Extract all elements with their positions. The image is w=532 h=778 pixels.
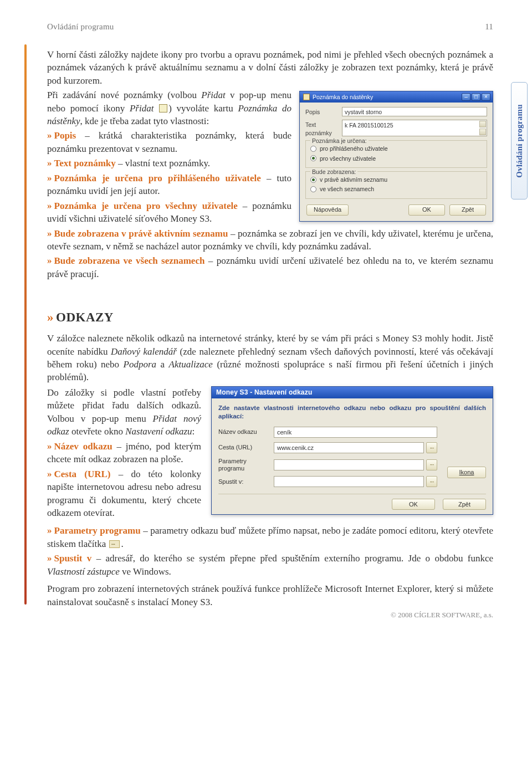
radio-icon <box>310 177 316 183</box>
label-text-poznamky: Text poznámky <box>305 120 337 137</box>
titlebar[interactable]: Poznámka do nástěnky – □ × <box>300 91 493 103</box>
bullet-spustit-v: »Spustit v – adresář, do kterého se syst… <box>47 552 493 578</box>
back-button[interactable]: Zpět <box>449 204 486 216</box>
textarea-value: k FA 28015100125 <box>345 122 393 129</box>
accent-bar <box>24 44 27 605</box>
browse-button[interactable]: ··· <box>426 476 437 487</box>
win2-intro: Zde nastavte vlastnosti internetového od… <box>218 404 486 421</box>
label-popis: Popis <box>305 107 337 116</box>
label-spustit-v: Spustit v: <box>218 478 268 486</box>
radio-icon <box>310 186 316 192</box>
section-odkazy-title: »ODKAZY <box>47 309 493 326</box>
page-number: 11 <box>485 21 493 33</box>
opt-vsechny-seznamy-label: ve všech seznamech <box>320 185 374 193</box>
odkazy-intro: V záložce naleznete několik odkazů na in… <box>47 332 493 384</box>
close-icon[interactable]: × <box>482 93 490 101</box>
ok-button[interactable]: OK <box>392 499 435 510</box>
scroll-down-icon[interactable] <box>479 129 486 135</box>
input-popis[interactable]: vystavit storno <box>342 107 487 116</box>
side-tab: Ovládání programu <box>511 82 528 199</box>
input-nazev-odkazu[interactable]: ceník <box>274 427 437 438</box>
running-head: Ovládání programu 11 <box>47 21 493 33</box>
label-parametry: Parametry programu <box>218 458 268 472</box>
group-urcena: Poznámka je určena: pro přihlášeného uži… <box>305 140 487 168</box>
input-spustit-v[interactable] <box>274 476 424 487</box>
browse-button[interactable]: ··· <box>426 459 437 470</box>
opt-aktivni-seznam[interactable]: v právě aktivním seznamu <box>310 176 482 183</box>
add-note-icon <box>159 104 167 112</box>
scroll-up-icon[interactable] <box>479 121 486 127</box>
textarea-poznamky[interactable]: k FA 28015100125 <box>342 120 487 136</box>
window-title: Poznámka do nástěnky <box>313 93 459 101</box>
label-nazev-odkazu: Název odkazu <box>218 428 268 436</box>
ikona-button[interactable]: Ikona <box>447 467 486 478</box>
ok-button[interactable]: OK <box>408 204 445 216</box>
bullet-aktivni: »Bude zobrazena v právě aktivním seznamu… <box>47 227 493 253</box>
help-button[interactable]: Nápověda <box>306 204 349 216</box>
bullet-cesta-url: »Cesta (URL) – do této kolonky napište i… <box>47 468 201 520</box>
opt-vsechny-label: pro všechny uživatele <box>320 155 376 162</box>
window-nastaveni-odkazu: Money S3 - Nastavení odkazu Zde nastavte… <box>211 386 493 515</box>
opt-prihlaseny-label: pro přihlášeného uživatele <box>320 145 388 152</box>
titlebar[interactable]: Money S3 - Nastavení odkazu <box>212 387 493 398</box>
ellipsis-button-icon <box>109 540 120 548</box>
opt-vsechny-seznamy[interactable]: ve všech seznamech <box>310 185 482 193</box>
minimize-icon[interactable]: – <box>462 93 470 101</box>
group-urcena-title: Poznámka je určena: <box>310 137 369 145</box>
opt-aktivni-label: v právě aktivním seznamu <box>320 176 387 183</box>
window-poznamka: Poznámka do nástěnky – □ × Popis vystavi… <box>299 91 493 222</box>
bullet-vsechny-seznamy: »Bude zobrazena ve všech seznamech – poz… <box>47 254 493 280</box>
group-zobrazena: Bude zobrazena: v právě aktivním seznamu… <box>305 171 487 199</box>
browse-button[interactable]: ··· <box>426 442 437 453</box>
window-title: Money S3 - Nastavení odkazu <box>216 388 312 397</box>
group-zobrazena-title: Bude zobrazena: <box>310 168 357 176</box>
footer-copyright: © 2008 CÍGLER SOFTWARE, a.s. <box>391 610 493 620</box>
odkazy-left-intro: Do záložky si podle vlastní potřeby může… <box>47 386 201 438</box>
note-icon <box>303 94 310 100</box>
bullet-nazev-odkazu: »Název odkazu – jméno, pod kterým chcete… <box>47 440 201 466</box>
radio-icon <box>310 155 316 161</box>
running-head-title: Ovládání programu <box>47 21 114 33</box>
input-cesta-url[interactable]: www.cenik.cz <box>274 442 424 453</box>
radio-icon <box>310 146 316 152</box>
odkazy-final: Program pro zobrazení internetových strá… <box>47 582 493 608</box>
side-tab-label: Ovládání programu <box>514 104 525 178</box>
maximize-icon[interactable]: □ <box>472 93 480 101</box>
input-parametry[interactable] <box>274 459 424 470</box>
bullet-parametry: »Parametry programu – parametry odkazu b… <box>47 524 493 550</box>
intro-paragraph: V horní části záložky najdete ikony pro … <box>47 48 493 87</box>
label-cesta-url: Cesta (URL) <box>218 443 268 452</box>
opt-vsechny[interactable]: pro všechny uživatele <box>310 155 482 162</box>
back-button[interactable]: Zpět <box>443 499 486 510</box>
opt-prihlaseny[interactable]: pro přihlášeného uživatele <box>310 145 482 152</box>
